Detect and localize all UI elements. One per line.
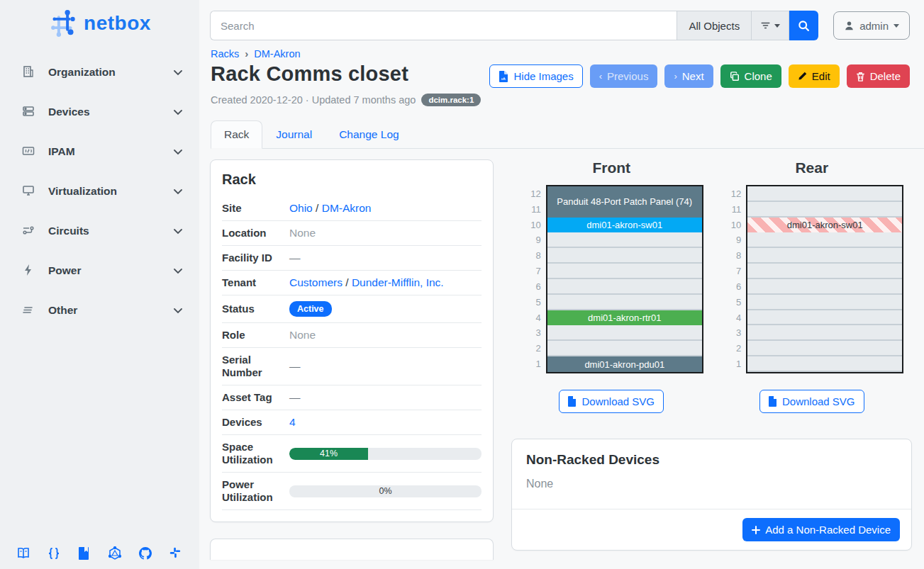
rack-unit-slot[interactable]: [547, 248, 702, 264]
front-download-svg-button[interactable]: Download SVG: [559, 390, 664, 413]
space-utilization-fill: 41%: [289, 448, 368, 460]
rack-unit-slot[interactable]: [747, 202, 902, 218]
pencil-icon: [798, 72, 807, 81]
link-separator: /: [345, 276, 348, 288]
docs-book-icon[interactable]: [16, 546, 30, 560]
rack-device[interactable]: dmi01-akron-pdu01: [547, 356, 702, 372]
github-icon[interactable]: [138, 546, 152, 560]
front-unit-numbers: 121110987654321: [520, 185, 541, 373]
tenant-group-link[interactable]: Customers: [289, 276, 343, 288]
sidebar-item-power[interactable]: Power: [16, 257, 189, 285]
unit-number: 3: [520, 325, 541, 341]
delete-button[interactable]: Delete: [847, 64, 910, 88]
content-area: Rack Site Ohio / DM-Akron Location None …: [199, 149, 924, 560]
file-download-icon: [568, 396, 577, 407]
rack-unit-slot[interactable]: [547, 264, 702, 279]
breadcrumb-link-site[interactable]: DM-Akron: [254, 48, 300, 60]
circuit-icon: [21, 223, 37, 239]
rack-unit-slot[interactable]: [747, 356, 902, 372]
search-group: All Objects: [210, 11, 818, 40]
non-racked-empty-text: None: [526, 478, 897, 499]
person-icon: [844, 21, 855, 31]
sidebar-item-label: Circuits: [48, 225, 172, 237]
sidebar-item-virtualization[interactable]: Virtualization: [16, 177, 189, 205]
clone-button[interactable]: Clone: [720, 64, 781, 88]
sidebar-item-ipam[interactable]: IPAM: [16, 137, 189, 166]
building-icon: [21, 64, 37, 80]
unit-number: 12: [520, 186, 541, 202]
site-region-link[interactable]: Ohio: [289, 202, 313, 214]
row-serial-number: Serial Number —: [222, 348, 482, 385]
tab-rack[interactable]: Rack: [211, 120, 262, 149]
rear-download-svg-button[interactable]: Download SVG: [759, 390, 864, 413]
sidebar-item-label: Other: [48, 304, 172, 317]
slack-icon[interactable]: [169, 546, 183, 560]
edit-button[interactable]: Edit: [789, 64, 840, 88]
rack-unit-slot[interactable]: [547, 279, 702, 295]
netbox-logo[interactable]: netbox: [0, 0, 199, 43]
unit-number: 4: [720, 310, 741, 326]
role-value: None: [289, 329, 482, 342]
rack-unit-slot[interactable]: [747, 186, 902, 202]
chevron-down-icon: [172, 146, 184, 157]
graphql-icon[interactable]: [108, 546, 122, 560]
caret-down-icon: [894, 24, 899, 28]
site-link[interactable]: DM-Akron: [322, 202, 372, 214]
rack-unit-slot[interactable]: [747, 264, 902, 279]
add-non-racked-device-button[interactable]: Add a Non-Racked Device: [742, 518, 900, 541]
rack-unit-slot[interactable]: [747, 310, 902, 326]
rack-device[interactable]: Panduit 48-Port Patch Panel (74): [547, 186, 702, 218]
devices-count-link[interactable]: 4: [289, 416, 296, 428]
rack-device[interactable]: dmi01-akron-sw01: [747, 218, 902, 233]
tab-journal[interactable]: Journal: [262, 120, 325, 149]
non-racked-title: Non-Racked Devices: [526, 452, 897, 468]
sidebar-item-circuits[interactable]: Circuits: [16, 217, 189, 245]
search-filter-button[interactable]: [751, 11, 789, 40]
sidebar-item-devices[interactable]: Devices: [16, 98, 189, 126]
sidebar-item-organization[interactable]: Organization: [16, 58, 189, 86]
location-value: None: [289, 227, 482, 240]
chevron-down-icon: [172, 265, 184, 276]
row-asset-tag: Asset Tag —: [222, 385, 482, 410]
rack-unit-slot[interactable]: [747, 295, 902, 310]
search-submit-button[interactable]: [789, 11, 818, 40]
rack-unit-slot[interactable]: [547, 232, 702, 248]
rack-unit-slot[interactable]: [747, 341, 902, 356]
user-menu-button[interactable]: admin: [833, 11, 910, 40]
search-input[interactable]: [210, 11, 677, 40]
image-file-icon: [499, 71, 508, 82]
tab-change-log[interactable]: Change Log: [325, 120, 412, 149]
next-button[interactable]: › Next: [664, 64, 713, 88]
hide-images-button[interactable]: Hide Images: [489, 64, 582, 88]
breadcrumb-link-racks[interactable]: Racks: [211, 48, 239, 60]
front-elevation: Front 121110987654321 Panduit 48-Port Pa…: [511, 159, 712, 413]
space-utilization-bar: 41%: [289, 448, 482, 460]
rack-unit-slot[interactable]: [547, 295, 702, 310]
lines-icon: [21, 303, 37, 318]
rack-unit-slot[interactable]: [747, 325, 902, 341]
front-title: Front: [592, 159, 630, 176]
rack-unit-slot[interactable]: [547, 341, 702, 356]
chevron-left-icon: ‹: [599, 71, 602, 81]
sidebar-item-other[interactable]: Other: [16, 296, 189, 325]
rack-unit-slot[interactable]: [747, 279, 902, 295]
page-title: Rack Comms closet: [211, 62, 408, 86]
tenant-link[interactable]: Dunder-Mifflin, Inc.: [352, 276, 444, 288]
rack-device[interactable]: dmi01-akron-rtr01: [547, 310, 702, 326]
unit-number: 10: [720, 218, 741, 233]
rack-unit-slot[interactable]: [747, 232, 902, 248]
netbox-wordmark: netbox: [84, 12, 151, 35]
page-header: Rack Comms closet Hide Images ‹ Previous…: [199, 60, 924, 88]
code-braces-icon[interactable]: [47, 546, 61, 560]
unit-number: 9: [520, 232, 541, 248]
chevron-down-icon: [172, 305, 184, 316]
unit-number: 3: [720, 325, 741, 341]
previous-button[interactable]: ‹ Previous: [590, 64, 658, 88]
unit-number: 7: [520, 264, 541, 279]
rack-unit-slot[interactable]: [747, 248, 902, 264]
rack-unit-slot[interactable]: [547, 325, 702, 341]
row-location: Location None: [222, 221, 482, 246]
object-type-button[interactable]: All Objects: [677, 11, 751, 40]
journal-icon[interactable]: [77, 546, 91, 560]
rack-device[interactable]: dmi01-akron-sw01: [547, 218, 702, 233]
